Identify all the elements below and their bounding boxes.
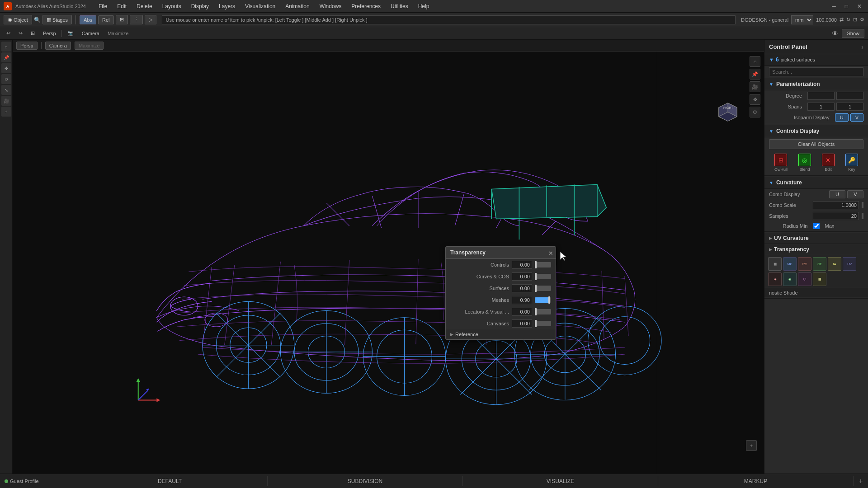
snap-button[interactable]: ⋮: [130, 15, 143, 24]
sidebar-plus-icon[interactable]: +: [1, 107, 11, 117]
menu-windows[interactable]: Windows: [315, 2, 346, 11]
cube-gizmo[interactable]: RIGHT: [714, 99, 741, 126]
close-button[interactable]: ✕: [854, 3, 864, 9]
shade-icon-horver[interactable]: HV: [843, 257, 856, 271]
comb-v-button[interactable]: V: [847, 190, 863, 198]
show-button[interactable]: Show: [842, 29, 864, 38]
parameterization-section-header[interactable]: ▼ Parameterization: [764, 78, 868, 90]
trans-canvases-slider[interactable]: [535, 321, 551, 326]
isoparm-u-button[interactable]: U: [835, 113, 849, 122]
trans-meshes-slider[interactable]: [535, 297, 551, 303]
gear-viewport-icon[interactable]: ⚙: [750, 107, 760, 117]
sidebar-scale-icon[interactable]: ⤡: [1, 85, 11, 95]
shade-icon-4[interactable]: ▦: [813, 272, 826, 286]
trans-surfaces-slider[interactable]: [535, 286, 551, 291]
sidebar-pin-icon[interactable]: 📌: [1, 52, 11, 62]
maximize-button2[interactable]: Maximize: [75, 42, 104, 50]
curvature-section-header[interactable]: ▼ Curvature: [764, 177, 868, 189]
camera-viewport-icon[interactable]: 🎥: [750, 81, 760, 92]
maximize-label[interactable]: Maximize: [105, 30, 131, 37]
rel-button[interactable]: Rel: [98, 15, 114, 24]
camera-icon[interactable]: 📷: [65, 29, 76, 37]
menu-layouts[interactable]: Layouts: [158, 2, 186, 11]
key-control[interactable]: 🔑 Key: [845, 154, 858, 172]
spans-v-input[interactable]: [836, 103, 863, 111]
trans-curves-slider[interactable]: [535, 274, 551, 279]
menu-display[interactable]: Display: [187, 2, 213, 11]
edit-control[interactable]: ✕ Edit: [822, 154, 835, 172]
sync-icon[interactable]: ↻: [846, 17, 850, 23]
comb-scale-input[interactable]: [813, 201, 859, 209]
sidebar-move-icon[interactable]: ✥: [1, 63, 11, 73]
panel-expand-icon[interactable]: ›: [861, 43, 863, 51]
isoparm-v-button[interactable]: V: [850, 113, 863, 122]
search-icon[interactable]: 🔍: [34, 17, 41, 23]
visualize-tab[interactable]: VISUALIZE: [463, 476, 658, 486]
unit-select[interactable]: mm: [791, 15, 813, 24]
menu-visualization[interactable]: Visualization: [241, 2, 280, 11]
undo-button[interactable]: ↩: [4, 29, 13, 37]
menu-delete[interactable]: Delete: [132, 2, 157, 11]
menu-layers[interactable]: Layers: [214, 2, 240, 11]
eye-icon[interactable]: 👁: [832, 30, 838, 37]
popup-close-icon[interactable]: ✕: [548, 250, 553, 257]
redo-button[interactable]: ↪: [16, 29, 25, 37]
trans-controls-slider[interactable]: [535, 262, 551, 267]
menu-edit[interactable]: Edit: [113, 2, 131, 11]
trans-controls-input[interactable]: [512, 261, 532, 269]
comb-u-button[interactable]: U: [829, 190, 845, 198]
blend-control[interactable]: ◎ Blend: [798, 154, 811, 172]
sidebar-rotate-icon[interactable]: ↺: [1, 74, 11, 84]
settings-icon[interactable]: ⚙: [860, 17, 864, 23]
clear-all-objects-button[interactable]: Clear All Objects: [769, 139, 863, 149]
shade-icon-mulcol[interactable]: MC: [783, 257, 797, 271]
move-viewport-icon[interactable]: ✥: [750, 94, 760, 105]
stages-button[interactable]: ▦ Stages: [42, 15, 72, 24]
comb-scale-slider[interactable]: [862, 202, 863, 208]
degree-v-input[interactable]: [836, 92, 863, 100]
shade-icon-rancol[interactable]: RC: [798, 257, 811, 271]
menu-file[interactable]: File: [94, 2, 112, 11]
minimize-button[interactable]: ─: [829, 3, 839, 9]
home-icon[interactable]: ⌂: [750, 56, 760, 67]
viewport[interactable]: Persp Camera Maximize: [13, 40, 764, 474]
guest-profile-area[interactable]: Guest Profile: [0, 479, 72, 484]
menu-utilities[interactable]: Utilities: [386, 2, 413, 11]
trans-canvases-input[interactable]: [512, 319, 532, 328]
sidebar-camera2-icon[interactable]: 🎥: [1, 96, 11, 106]
controls-display-section-header[interactable]: ▼ Controls Display: [764, 125, 868, 137]
spans-u-input[interactable]: [807, 103, 835, 111]
trans-meshes-input[interactable]: [512, 296, 532, 304]
persp-button[interactable]: Persp: [16, 42, 38, 50]
camera-button[interactable]: Camera: [45, 42, 71, 50]
trans-curves-input[interactable]: [512, 272, 532, 281]
link-icon[interactable]: ⇄: [840, 17, 844, 23]
radius-min-checkbox[interactable]: [813, 223, 820, 229]
layout-button[interactable]: ⊞: [28, 29, 38, 37]
pin-viewport-icon[interactable]: 📌: [750, 69, 760, 80]
reference-row[interactable]: ▶ Reference: [446, 329, 556, 339]
uv-curvature-section-header[interactable]: ▶ UV Curvature: [764, 233, 868, 244]
trans-locators-slider[interactable]: [535, 309, 551, 314]
trans-surfaces-input[interactable]: [512, 284, 532, 292]
shade-icon-1[interactable]: ◈: [768, 272, 782, 286]
object-mode-button[interactable]: ◉ Object: [4, 15, 32, 24]
viewport-canvas[interactable]: [13, 52, 764, 474]
maximize-button[interactable]: □: [842, 3, 851, 9]
shade-icon-curevl[interactable]: CE: [813, 257, 826, 271]
menu-preferences[interactable]: Preferences: [347, 2, 385, 11]
menu-animation[interactable]: Animation: [281, 2, 314, 11]
play-button[interactable]: ▷: [145, 15, 156, 24]
shade-icon-2[interactable]: ◉: [783, 272, 797, 286]
degree-u-input[interactable]: [807, 92, 835, 100]
default-tab[interactable]: DEFAULT: [72, 476, 268, 486]
samples-slider[interactable]: [862, 213, 863, 219]
view-icon[interactable]: ⊡: [853, 17, 857, 23]
markup-tab[interactable]: MARKUP: [658, 476, 854, 486]
shade-icon-isoang[interactable]: IA: [828, 257, 841, 271]
viewport-add-icon[interactable]: +: [746, 440, 757, 451]
trans-locators-input[interactable]: [512, 308, 532, 316]
sidebar-home-icon[interactable]: ⌂: [1, 42, 11, 52]
grid-button[interactable]: ⊞: [116, 15, 128, 24]
menu-help[interactable]: Help: [414, 2, 434, 11]
